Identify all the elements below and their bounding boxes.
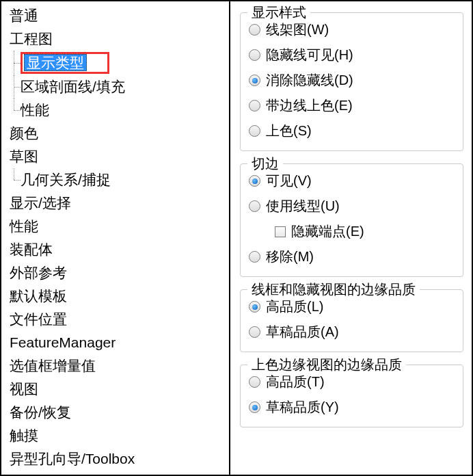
tree-item-area-hatch[interactable]: 区域剖面线/填充 <box>1 75 229 98</box>
settings-panel: 显示样式 线架图(W) 隐藏线可见(H) 消除隐藏线(D) 带边线上色(E) 上… <box>230 1 472 475</box>
highlight-box: 显示类型 <box>21 52 109 74</box>
tree-item-holewizard[interactable]: 异型孔向导/Toolbox <box>1 447 229 471</box>
tree-item-touch[interactable]: 触摸 <box>1 424 229 447</box>
tree-item-colors[interactable]: 颜色 <box>1 122 229 145</box>
group-display-style: 显示样式 线架图(W) 隐藏线可见(H) 消除隐藏线(D) 带边线上色(E) 上… <box>240 12 463 151</box>
tree-item-featuremanager[interactable]: FeatureManager <box>1 331 229 354</box>
tree-item-drawings[interactable]: 工程图 <box>1 27 229 51</box>
tree-item-file-explorer[interactable]: 文件探索器 <box>1 471 229 475</box>
tree-item-performance[interactable]: 性能 <box>1 98 229 122</box>
group-title: 线框和隐藏视图的边缘品质 <box>247 280 420 299</box>
group-title: 上色边缘视图的边缘品质 <box>247 356 406 374</box>
group-title: 显示样式 <box>247 3 310 22</box>
radio-label: 带边线上色(E) <box>266 96 353 115</box>
tree-item-view[interactable]: 视图 <box>1 378 229 401</box>
radio-icon <box>249 75 260 86</box>
radio-icon <box>249 326 260 338</box>
tree-item-display-type[interactable]: 显示类型 <box>1 51 229 75</box>
radio-label: 草稿品质(A) <box>266 323 339 341</box>
radio-use-line-style[interactable]: 使用线型(U) <box>249 194 455 219</box>
radio-icon <box>249 100 260 111</box>
tree-item-sketch[interactable]: 草图 <box>1 145 229 168</box>
radio-shaded[interactable]: 上色(S) <box>249 118 455 144</box>
tree-item-spinbox[interactable]: 选值框增量值 <box>1 354 229 378</box>
tree-item-backup[interactable]: 备份/恢复 <box>1 401 229 424</box>
radio-label: 上色(S) <box>266 122 312 140</box>
check-hide-endpoints[interactable]: 隐藏端点(E) <box>249 219 455 244</box>
radio-icon <box>249 49 260 61</box>
radio-icon <box>249 200 260 212</box>
options-tree: 普通 工程图 显示类型 区域剖面线/填充 性能 颜色 草图 几何关系/捕捉 显示… <box>1 1 230 475</box>
radio-label: 高品质(T) <box>266 373 325 391</box>
radio-icon <box>249 125 260 137</box>
radio-icon <box>249 175 260 187</box>
radio-icon <box>249 376 260 388</box>
radio-remove-hidden[interactable]: 消除隐藏线(D) <box>249 68 455 93</box>
selected-label: 显示类型 <box>24 54 87 71</box>
tree-item-file-locations[interactable]: 文件位置 <box>1 308 229 331</box>
tree-item-external-refs[interactable]: 外部参考 <box>1 261 229 285</box>
group-shaded-quality: 上色边缘视图的边缘品质 高品质(T) 草稿品质(Y) <box>240 365 463 427</box>
radio-shaded-edges[interactable]: 带边线上色(E) <box>249 93 455 118</box>
tree-item-assemblies[interactable]: 装配体 <box>1 238 229 261</box>
radio-label: 消除隐藏线(D) <box>266 71 353 90</box>
radio-icon <box>249 401 260 413</box>
radio-label: 可见(V) <box>266 172 312 190</box>
radio-icon <box>249 301 260 313</box>
radio-draft-quality[interactable]: 草稿品质(A) <box>249 319 455 345</box>
group-tangent-edges: 切边 可见(V) 使用线型(U) 隐藏端点(E) 移除(M) <box>240 163 463 277</box>
radio-remove[interactable]: 移除(M) <box>249 244 455 269</box>
radio-label: 隐藏线可见(H) <box>266 46 353 64</box>
checkbox-icon <box>275 226 286 237</box>
radio-label: 线架图(W) <box>266 21 329 39</box>
radio-label: 移除(M) <box>266 248 314 266</box>
radio-icon <box>249 24 260 36</box>
tree-item-relations[interactable]: 几何关系/捕捉 <box>1 168 229 191</box>
radio-icon <box>249 251 260 263</box>
group-title: 切边 <box>247 155 283 173</box>
radio-label: 高品质(L) <box>266 298 323 316</box>
radio-hidden-visible[interactable]: 隐藏线可见(H) <box>249 42 455 68</box>
tree-item-default-templates[interactable]: 默认模板 <box>1 285 229 308</box>
checkbox-label: 隐藏端点(E) <box>291 222 364 241</box>
radio-label: 使用线型(U) <box>266 197 340 215</box>
tree-item-general[interactable]: 普通 <box>1 4 229 27</box>
radio-draft-quality-y[interactable]: 草稿品质(Y) <box>249 395 455 420</box>
radio-label: 草稿品质(Y) <box>266 398 339 416</box>
group-wireframe-quality: 线框和隐藏视图的边缘品质 高品质(L) 草稿品质(A) <box>240 289 463 352</box>
tree-item-display-select[interactable]: 显示/选择 <box>1 191 229 215</box>
tree-item-performance2[interactable]: 性能 <box>1 215 229 238</box>
